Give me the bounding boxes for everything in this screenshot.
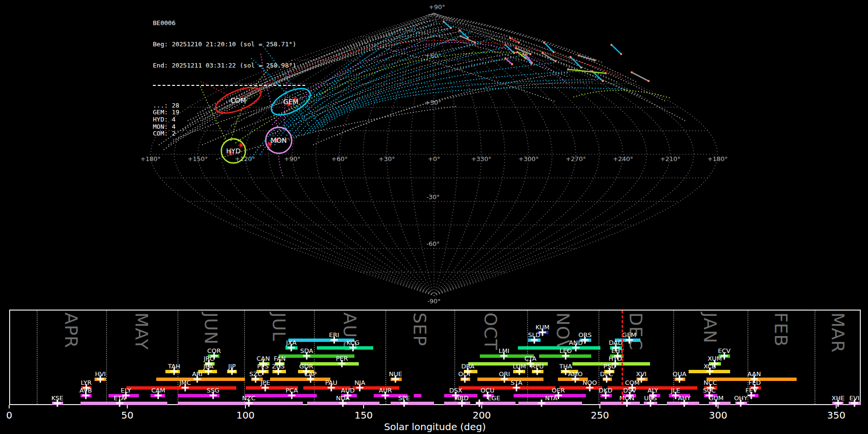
meteor-endpoint-dot	[525, 57, 527, 59]
shower-code-ARD: ARD	[455, 395, 469, 401]
shower-count: ...: 28	[153, 102, 305, 109]
shower-code-DSV: DSV	[623, 387, 636, 393]
shower-count: COM: 2	[153, 130, 305, 137]
shower-code-URS: URS	[644, 395, 657, 401]
shower-code-PCA: PCA	[285, 387, 298, 393]
shower-bar-KCG	[317, 346, 373, 350]
lon-label: +180°	[140, 155, 161, 163]
month-label-FEB: FEB	[771, 312, 791, 347]
shower-code-KUM: KUM	[536, 324, 550, 330]
lat-label: +30°	[425, 99, 441, 106]
meridian-line	[434, 13, 718, 296]
shower-code-SLD: SLD	[528, 332, 541, 338]
month-gridline-APR	[37, 311, 38, 404]
shower-code-NTA: NTA	[545, 395, 557, 401]
month-label-APR: APR	[61, 312, 81, 348]
shower-code-SZC: SZC	[249, 371, 262, 377]
shower-code-LEO: LEO	[559, 348, 572, 354]
shower-code-STA: STA	[511, 380, 522, 386]
shower-code-DPC: DPC	[600, 371, 613, 377]
separator-line	[153, 85, 305, 87]
shower-code-GEM: GEM	[622, 332, 637, 338]
shower-code-SPE: SPE	[398, 395, 410, 401]
shower-code-ETA: ETA	[114, 395, 125, 401]
meteor-endpoint-dot	[529, 53, 531, 55]
x-tick-label: 100	[236, 409, 255, 421]
activity-timeline-chart: APRMAYJUNJULAUGSEPOCTNOVDECJANFEBMARKUME…	[9, 310, 861, 405]
north-pole-label: +90°	[429, 3, 445, 11]
meteor-endpoint-dot	[443, 21, 445, 23]
meteor-endpoint-dot	[511, 63, 513, 65]
shower-code-XHE: XHE	[832, 395, 845, 401]
shower-code-JXA: JXA	[286, 339, 297, 346]
shower-bar-ARD	[444, 402, 470, 405]
meteor-segment	[611, 45, 621, 54]
shower-code-PSU: PSU	[603, 363, 616, 369]
shower-code-OHY: OHY	[734, 395, 747, 401]
meteor-great-circle-track	[304, 54, 530, 135]
lat-label: -60°	[426, 240, 440, 247]
meridian-line	[434, 13, 552, 296]
meridian-line	[434, 13, 694, 296]
shower-code-SCC: SCC	[703, 387, 716, 393]
shower-code-CTA: CTA	[525, 355, 537, 362]
station-id: BE0006	[153, 20, 305, 27]
meteor-segment	[570, 57, 581, 68]
shower-code-LMI: LMI	[499, 348, 509, 354]
shower-code-AUR: AUR	[379, 387, 392, 393]
radiant-label-HYD: HYD	[226, 147, 241, 155]
shower-code-CAN: CAN	[257, 355, 270, 362]
meteor-endpoint-dot	[515, 47, 517, 49]
lon-label: +30°	[379, 155, 395, 163]
x-tick-label: 200	[473, 409, 491, 421]
shower-code-XVI: XVI	[636, 371, 647, 377]
meteor-segment	[444, 22, 451, 28]
shower-bar-MON	[600, 402, 640, 405]
shower-code-JMC: JMC	[179, 380, 191, 386]
shower-code-THA: THA	[559, 363, 572, 369]
meteor-endpoint-dot	[516, 51, 518, 53]
meteor-endpoint-dot	[467, 37, 469, 39]
meteor-endpoint-dot	[553, 51, 555, 53]
shower-code-ERI: ERI	[329, 332, 339, 338]
meteor-segment	[505, 58, 512, 64]
lon-label: +330°	[471, 155, 491, 163]
shower-code-JRC: JRC	[203, 355, 214, 362]
month-label-JAN: JAN	[700, 312, 720, 344]
month-label-MAR: MAR	[828, 312, 848, 353]
x-tick-label: 50	[121, 409, 133, 421]
shower-code-CAP: CAP	[304, 371, 317, 377]
end-time: End: 20251211 03:31:22 (sol = 258.98°)	[153, 62, 305, 69]
peak-marker-EGE	[476, 400, 483, 407]
shower-code-PAU: PAU	[325, 380, 337, 386]
shower-code-AAN: AAN	[747, 371, 761, 377]
shower-code-AND: AND	[569, 339, 583, 346]
meridian-line	[434, 13, 599, 296]
x-tick	[127, 405, 128, 408]
shower-code-COR: COR	[207, 348, 221, 354]
shower-code-ALY: ALY	[648, 387, 658, 393]
shower-code-KCG: KCG	[347, 339, 360, 346]
month-gridline-MAR	[814, 311, 815, 404]
shower-code-OER: OER	[552, 387, 565, 393]
shower-code-SSG: SSG	[207, 387, 220, 393]
meteor-endpoint-dot	[459, 29, 461, 31]
shower-code-JIP: JIP	[228, 363, 236, 369]
lon-label: +0°	[428, 155, 440, 163]
x-tick-label: 150	[354, 409, 373, 421]
meteor-endpoint-dot	[594, 59, 596, 61]
shower-code-SDA: SDA	[300, 348, 313, 354]
shower-code-NUE: NUE	[389, 371, 402, 377]
x-tick-label: 250	[591, 409, 609, 421]
shower-code-LYR: LYR	[81, 380, 92, 386]
meteor-endpoint-dot	[580, 67, 582, 68]
shower-code-DAD: DAD	[609, 339, 623, 346]
shower-code-NCC: NCC	[704, 380, 717, 386]
shower-code-DKD: DKD	[599, 387, 613, 393]
meteor-endpoint-dot	[542, 52, 543, 54]
shower-code-QUA: QUA	[673, 371, 687, 377]
shower-code-ZCS: ZCS	[272, 363, 285, 369]
meridian-line	[434, 13, 529, 296]
shower-code-DSX: DSX	[449, 387, 462, 393]
meteor-endpoint-dot	[531, 62, 533, 64]
